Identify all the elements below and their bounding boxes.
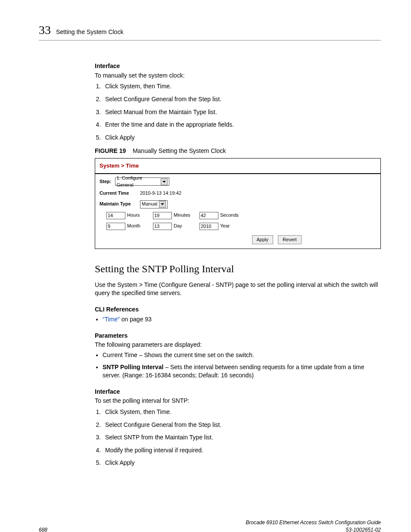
list-item: Click System, then Time. <box>103 82 381 91</box>
hours-label: Hours <box>127 212 147 218</box>
list-item: Select Manual from the Maintain Type lis… <box>103 108 381 117</box>
section-heading-sntp: Setting the SNTP Polling Interval <box>95 262 381 277</box>
figure-label: FIGURE 19 <box>95 147 126 154</box>
figure-title: Manually Setting the System Clock <box>133 147 226 154</box>
interface-intro-2: To set the polling interval for SNTP: <box>95 397 381 405</box>
interface-heading-2: Interface <box>95 388 381 396</box>
doc-number: 53-1002651-02 <box>346 527 381 532</box>
list-item: Select SNTP from the Maintain Type list. <box>103 433 381 442</box>
sntp-intro: Use the System > Time (Configure General… <box>95 281 381 298</box>
hours-input[interactable]: 14 <box>106 212 125 219</box>
parameters-heading: Parameters <box>95 332 381 340</box>
month-label: Month <box>127 223 147 229</box>
cli-reference-item: “Time” on page 93 <box>103 315 381 324</box>
interface-steps-list: Click System, then Time. Select Configur… <box>95 82 381 142</box>
breadcrumb: System > Time <box>95 159 380 174</box>
chapter-title: Setting the System Clock <box>56 28 123 37</box>
maintain-type-select[interactable]: Manual <box>140 200 168 208</box>
parameter-item: Current Time – Shows the current time se… <box>103 351 381 360</box>
cli-references-heading: CLI References <box>95 305 381 314</box>
current-time-label: Current Time <box>100 190 140 196</box>
parameters-intro: The following parameters are displayed: <box>95 341 381 349</box>
book-title: Brocade 6910 Ethernet Access Switch Conf… <box>246 520 381 526</box>
page-header: 33 Setting the System Clock <box>39 22 381 40</box>
maintain-type-label: Maintain Type <box>100 201 140 207</box>
list-item: Modify the polling interval if required. <box>103 446 381 455</box>
dropdown-arrow-icon <box>159 201 166 208</box>
year-input[interactable]: 2010 <box>199 223 218 230</box>
minutes-label: Minutes <box>174 212 193 218</box>
list-item: Enter the time and date in the appropria… <box>103 121 381 129</box>
time-link[interactable]: “Time” <box>103 316 120 323</box>
figure-caption: FIGURE 19 Manually Setting the System Cl… <box>95 147 381 156</box>
page-number: 688 <box>39 526 47 532</box>
day-input[interactable]: 13 <box>153 223 172 230</box>
screenshot-panel: System > Time Step: 1. Configure General… <box>95 158 381 249</box>
maintain-type-value: Manual <box>142 201 157 207</box>
cli-link-suffix: on page 93 <box>120 316 152 323</box>
minutes-input[interactable]: 19 <box>153 212 172 219</box>
page-footer: 688 Brocade 6910 Ethernet Access Switch … <box>39 519 381 532</box>
list-item: Select Configure General from the Step l… <box>103 421 381 429</box>
parameter-item: SNTP Polling Interval – Sets the interva… <box>103 363 381 380</box>
list-item: Click System, then Time. <box>103 408 381 417</box>
list-item: Click Apply <box>103 459 381 467</box>
year-label: Year <box>220 223 240 229</box>
list-item: Select Configure General from the Step l… <box>103 95 381 104</box>
day-label: Day <box>174 223 193 229</box>
chapter-number: 33 <box>39 22 51 38</box>
step-select[interactable]: 1. Configure General <box>115 177 169 186</box>
apply-button[interactable]: Apply <box>252 235 274 244</box>
list-item: Click Apply <box>103 134 381 142</box>
interface-heading: Interface <box>95 62 381 71</box>
interface-steps-list-2: Click System, then Time. Select Configur… <box>95 408 381 467</box>
seconds-label: Seconds <box>220 212 240 218</box>
seconds-input[interactable]: 42 <box>199 212 218 219</box>
month-input[interactable]: 9 <box>106 223 125 230</box>
current-time-value: 2010-9-13 14:19:42 <box>140 190 181 196</box>
interface-intro: To manually set the system clock: <box>95 72 381 80</box>
step-select-value: 1. Configure General <box>117 175 159 188</box>
revert-button[interactable]: Revert <box>278 235 301 244</box>
step-label: Step: <box>100 178 112 185</box>
dropdown-arrow-icon <box>161 178 168 185</box>
